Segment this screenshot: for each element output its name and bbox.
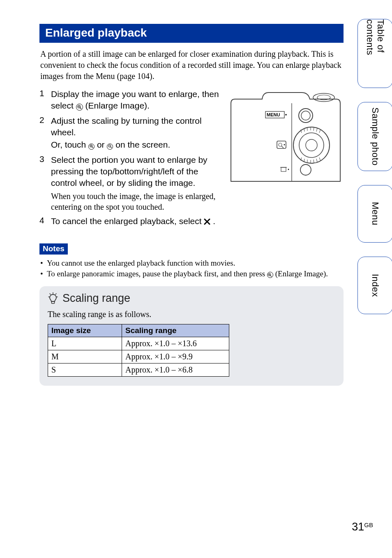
step-1: 1 Display the image you want to enlarge,…	[39, 88, 220, 112]
tip-title: Scaling range	[62, 292, 130, 305]
zoom-out-icon	[107, 144, 113, 150]
step-2: 2 Adjust the scaling by turning the cont…	[39, 115, 220, 151]
note-item: You cannot use the enlarged playback fun…	[40, 258, 344, 269]
close-icon	[204, 216, 210, 228]
step-number: 3	[39, 154, 47, 212]
step-text: Display the image you want to enlarge, t…	[51, 89, 219, 99]
page-number-value: 31	[352, 521, 364, 533]
svg-point-43	[288, 169, 289, 170]
step-text: .	[210, 216, 215, 226]
svg-point-40	[300, 164, 311, 175]
table-cell: S	[48, 364, 122, 377]
table-cell: Approx. ×1.0 – ×9.9	[122, 350, 229, 364]
page-number-suffix: GB	[364, 521, 373, 528]
zoom-in-icon	[267, 272, 273, 278]
svg-point-18	[285, 114, 287, 116]
steps-list: 1 Display the image you want to enlarge,…	[39, 88, 220, 231]
table-row: L Approx. ×1.0 – ×13.6	[48, 337, 229, 350]
step-text: pressing the top/bottom/right/left of th…	[51, 167, 198, 176]
tip-lead: The scaling range is as follows.	[48, 310, 335, 319]
step-subtext: or	[95, 140, 107, 149]
step-text: Adjust the scaling by turning the contro…	[51, 116, 202, 125]
step-note: When you touch the image, the image is e…	[51, 191, 220, 212]
svg-line-46	[271, 276, 272, 277]
table-cell: L	[48, 337, 122, 350]
tab-table-of-contents[interactable]: Table of contents	[357, 19, 392, 88]
svg-point-37	[279, 143, 282, 146]
step-3: 3 Select the portion you want to enlarge…	[39, 154, 220, 212]
svg-line-38	[281, 146, 284, 148]
zoom-in-icon	[88, 144, 95, 150]
note-text: To enlarge panoramic images, pause the p…	[47, 269, 267, 278]
svg-point-15	[299, 109, 313, 123]
tab-index[interactable]: Index	[357, 257, 392, 314]
svg-point-16	[301, 111, 310, 120]
svg-line-1	[80, 108, 81, 109]
table-header: Scaling range	[122, 324, 229, 337]
tab-label: Sample photo	[370, 107, 380, 166]
step-text: wheel.	[51, 127, 76, 137]
svg-point-39	[284, 144, 285, 146]
table-cell: M	[48, 350, 122, 364]
svg-rect-54	[52, 301, 55, 303]
svg-line-33	[314, 160, 314, 163]
table-row: M Approx. ×1.0 – ×9.9	[48, 350, 229, 364]
step-subtext: on the screen.	[113, 140, 170, 149]
step-4: 4 To cancel the enlarged playback, selec…	[39, 215, 220, 228]
notes-heading: Notes	[39, 243, 68, 255]
zoom-in-icon	[76, 104, 83, 111]
table-cell: Approx. ×1.0 – ×13.6	[122, 337, 229, 350]
scaling-range-table: Image size Scaling range L Approx. ×1.0 …	[48, 324, 229, 377]
svg-line-27	[316, 128, 317, 132]
table-row: S Approx. ×1.0 – ×6.8	[48, 364, 229, 377]
tab-label: Index	[370, 274, 380, 297]
step-text: (Enlarge Image).	[83, 101, 150, 110]
svg-line-35	[319, 157, 321, 161]
step-text: To cancel the enlarged playback, select	[51, 216, 204, 226]
side-tabs: Table of contents Sample photo Menu Inde…	[357, 19, 392, 314]
step-text: Select the portion you want to enlarge b…	[51, 155, 208, 164]
page-number: 31GB	[352, 521, 373, 533]
notes-list: You cannot use the enlarged playback fun…	[39, 258, 344, 279]
camera-illustration: MENU	[228, 88, 344, 184]
lightbulb-icon	[48, 292, 58, 305]
step-text: control wheel, or by sliding the image.	[51, 178, 195, 188]
section-heading: Enlarged playback	[39, 24, 344, 43]
svg-point-20	[299, 133, 324, 157]
note-item: To enlarge panoramic images, pause the p…	[40, 269, 344, 279]
step-text: select	[51, 101, 76, 110]
svg-line-28	[319, 130, 321, 133]
table-header: Image size	[48, 324, 122, 337]
table-cell: Approx. ×1.0 – ×6.8	[122, 364, 229, 377]
note-text: (Enlarge Image).	[273, 269, 328, 278]
svg-line-34	[316, 159, 317, 162]
svg-line-50	[50, 294, 51, 294]
intro-paragraph: A portion of a still image can be enlarg…	[39, 49, 344, 82]
tab-label: Menu	[370, 202, 380, 225]
tab-sample-photo[interactable]: Sample photo	[357, 102, 392, 171]
svg-point-21	[306, 139, 317, 151]
svg-line-26	[314, 127, 314, 131]
svg-line-9	[111, 147, 112, 148]
svg-line-51	[55, 294, 56, 294]
svg-rect-41	[281, 167, 286, 171]
tip-box: Scaling range The scaling range is as fo…	[39, 286, 344, 386]
svg-line-5	[92, 147, 93, 148]
step-number: 2	[39, 115, 47, 151]
svg-point-13	[313, 93, 334, 102]
step-number: 4	[39, 215, 47, 228]
menu-label: MENU	[267, 112, 280, 117]
step-number: 1	[39, 88, 47, 112]
tab-label: Table of contents	[364, 19, 386, 88]
tab-menu[interactable]: Menu	[357, 185, 392, 243]
step-subtext: Or, touch	[51, 140, 88, 149]
tip-heading: Scaling range	[48, 292, 335, 305]
